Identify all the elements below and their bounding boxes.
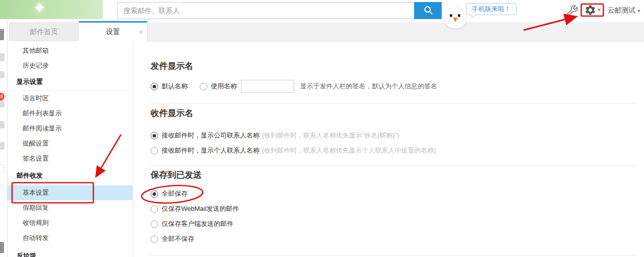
rail-fragment	[0, 100, 5, 107]
radio-save-none[interactable]	[151, 235, 158, 243]
save-all-option-row: 全部保存	[151, 187, 188, 201]
section-title-save-to-sent: 保存到已发送	[151, 169, 202, 181]
sidebar-item-history[interactable]: 历史记录	[8, 58, 133, 73]
radio-save-all[interactable]	[151, 190, 158, 198]
unread-count-badge: 8	[0, 93, 5, 100]
rail-fragment	[0, 53, 5, 61]
sender-name-description: 显示于发件人栏的签名，默认为个人信息的签名	[300, 82, 437, 91]
gear-icon[interactable]	[584, 4, 596, 16]
rail-fragment	[0, 242, 4, 253]
magnifier-icon	[423, 5, 433, 17]
section-divider	[151, 103, 637, 104]
tab-mail-home[interactable]: 邮件首页	[9, 22, 79, 41]
radio-save-client[interactable]	[151, 220, 158, 228]
sender-name-options-row: 默认名称 使用名称 显示于发件人栏的签名，默认为个人信息的签名	[151, 79, 437, 93]
mascot-nose	[453, 18, 458, 22]
radio-default-name-label: 默认名称	[162, 82, 188, 91]
tab-settings-label: 设置	[106, 28, 120, 36]
radio-company-contact-name[interactable]	[151, 132, 158, 140]
radio-save-all-label: 全部保存	[162, 189, 188, 198]
rail-fragment	[0, 121, 5, 128]
save-client-option-row: 仅保存客户端发送的邮件	[151, 217, 233, 231]
sidebar-item-language-timezone[interactable]: 语言时区	[8, 91, 133, 106]
background-folder-rail: 8	[0, 21, 8, 257]
tooltip-tail	[470, 12, 476, 18]
mascot-eye	[458, 14, 460, 17]
sidebar-item-reminder-settings[interactable]: 提醒设置	[8, 136, 133, 151]
wrench-icon[interactable]	[566, 5, 578, 17]
sidebar-item-receive-rules[interactable]: 收信规则	[8, 215, 133, 230]
radio-personal-contact-name[interactable]	[151, 147, 158, 155]
settings-content: 发件显示名 默认名称 使用名称 显示于发件人栏的签名，默认为个人信息的签名 收件…	[133, 42, 644, 257]
radio-save-webmail-label: 仅保存WebMail发送的邮件	[162, 204, 239, 213]
custom-name-input[interactable]	[241, 80, 294, 93]
sparkle-icon: ✦	[33, 0, 46, 17]
sidebar-item-auto-forward[interactable]: 自动转发	[8, 230, 133, 245]
brand-logo-banner: ✦	[0, 0, 103, 19]
tab-bar-filler	[147, 22, 644, 42]
save-webmail-option-row: 仅保存WebMail发送的邮件	[151, 202, 239, 216]
company-contact-option-row: 接收邮件时，显示公司联系人名称 (收到邮件时，联系人名称优先显示"姓名(昵称)"…	[151, 128, 400, 143]
personal-contact-option-row: 接收邮件时，显示个人联系人名称 (收到邮件时，联系人名称优先显示个人联系人中设置…	[151, 144, 436, 158]
search-button[interactable]	[414, 2, 442, 19]
section-divider	[151, 165, 637, 166]
rail-dashed-circle	[0, 164, 5, 174]
personal-contact-note: (收到邮件时，联系人名称优先显示个人联系人中设置的名称)	[262, 146, 436, 155]
radio-personal-contact-label: 接收邮件时，显示个人联系人名称	[162, 146, 260, 155]
search-input[interactable]	[117, 2, 414, 19]
sidebar-item-basic-settings[interactable]: 基本设置	[8, 185, 133, 200]
sidebar-item-signature-settings[interactable]: 签名设置	[8, 151, 133, 166]
sidebar-header-antispam: 反垃圾	[8, 245, 133, 257]
gear-caret-icon[interactable]: ▾	[598, 7, 601, 13]
company-contact-note: (收到邮件时，联系人名称优先显示"姓名(昵称)")	[262, 131, 400, 140]
search-bar	[117, 2, 442, 19]
radio-custom-name[interactable]	[200, 83, 207, 90]
radio-default-name[interactable]	[151, 83, 158, 90]
rail-fragment	[0, 71, 5, 78]
settings-sidebar: 其他邮箱 历史记录 显示设置 语言时区 邮件列表显示 邮件阅读显示 提醒设置 签…	[8, 42, 133, 257]
account-name: 云邮测试	[607, 6, 635, 14]
webmail-settings-page: ✦ 手机版来啦！	[0, 0, 644, 257]
sidebar-header-send-receive: 邮件收发	[8, 166, 133, 185]
rail-fragment	[0, 29, 4, 40]
top-bar: ✦ 手机版来啦！	[0, 0, 644, 21]
sidebar-item-other-mailbox[interactable]: 其他邮箱	[8, 43, 133, 58]
account-menu[interactable]: 云邮测试▾	[607, 6, 640, 15]
radio-save-none-label: 全部不保存	[162, 234, 194, 243]
tab-settings[interactable]: 设置 ×	[79, 21, 147, 42]
radio-custom-name-label: 使用名称	[211, 82, 237, 91]
close-icon[interactable]: ×	[139, 23, 143, 42]
account-caret-icon: ▾	[637, 8, 640, 14]
tab-bar: 邮件首页 设置 ×	[8, 21, 644, 42]
sidebar-header-display-settings: 显示设置	[8, 73, 133, 90]
sidebar-item-mail-reading-display[interactable]: 邮件阅读显示	[8, 121, 133, 136]
section-title-sender-display-name: 发件显示名	[151, 60, 193, 72]
mail-mascot	[444, 8, 467, 29]
rail-fragment	[0, 142, 5, 150]
save-none-option-row: 全部不保存	[151, 232, 194, 246]
sidebar-item-mail-list-display[interactable]: 邮件列表显示	[8, 106, 133, 121]
radio-save-webmail[interactable]	[151, 205, 158, 213]
mobile-version-tooltip[interactable]: 手机版来啦！	[466, 3, 517, 15]
section-title-recipient-display-name: 收件显示名	[151, 107, 193, 119]
mobile-version-tooltip-text: 手机版来啦！	[472, 5, 511, 13]
sidebar-item-vacation-reply[interactable]: 假期回复	[8, 200, 133, 215]
radio-company-contact-label: 接收邮件时，显示公司联系人名称	[162, 131, 260, 140]
radio-save-client-label: 仅保存客户端发送的邮件	[162, 219, 233, 228]
section-divider	[151, 255, 637, 255]
mascot-eye	[450, 14, 452, 17]
